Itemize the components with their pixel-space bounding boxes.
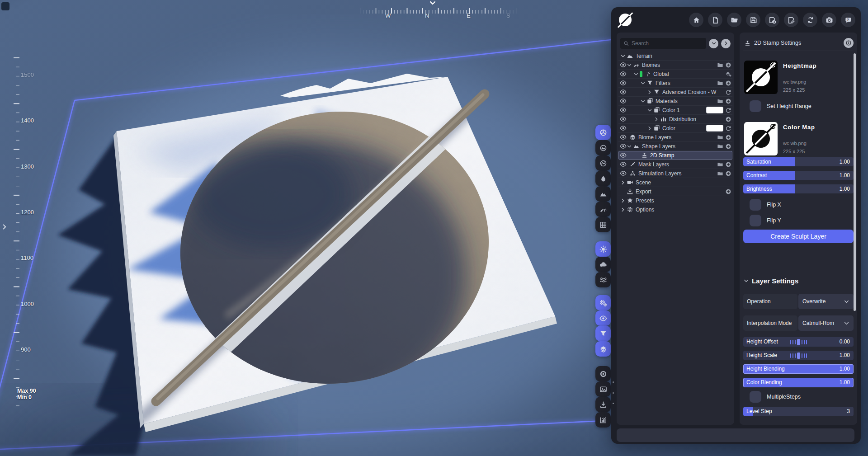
visibility-toggle-icon[interactable] (620, 80, 627, 86)
tree-row-presets[interactable]: Presets (618, 196, 732, 205)
panel-resize-grip[interactable] (612, 381, 614, 404)
settings-scrollbar[interactable] (854, 53, 856, 311)
chevron-down-icon[interactable] (647, 108, 652, 113)
water-tool-button[interactable] (595, 171, 611, 186)
chevron-right-icon[interactable] (647, 89, 652, 95)
refresh-icon[interactable] (725, 125, 731, 132)
tree-row-2d-stamp[interactable]: 2D Stamp (618, 151, 732, 160)
visibility-toggle-icon[interactable] (620, 125, 627, 132)
eye-tool-button[interactable] (595, 310, 611, 326)
chevron-down-icon[interactable] (620, 53, 626, 59)
height-scale-slider[interactable]: Height Scale 1.00 (743, 351, 854, 360)
height-offset-slider[interactable]: Height Offset 0.00 (743, 337, 854, 347)
slider-handle[interactable] (797, 353, 800, 359)
level-step-slider[interactable]: Level Step 3 (743, 407, 854, 416)
save-edit-button[interactable] (784, 13, 798, 27)
refresh-icon[interactable] (769, 61, 776, 68)
set-height-range-checkbox[interactable] (750, 100, 761, 112)
tree-row-distribution[interactable]: Distribution (618, 115, 732, 124)
folder-icon[interactable] (717, 170, 723, 177)
flip-y-checkbox[interactable] (750, 215, 761, 226)
operation-dropdown[interactable]: Overwrite (798, 294, 854, 309)
plus-circle-icon[interactable] (725, 62, 731, 68)
height-blending-slider[interactable]: Height Blending 1.00 (743, 364, 854, 374)
expand-all-button[interactable] (709, 39, 718, 48)
home-button[interactable] (689, 13, 703, 27)
viewport-corner-button[interactable] (1, 2, 9, 10)
visibility-toggle-icon[interactable] (620, 116, 627, 122)
image-tool-button[interactable] (595, 381, 611, 397)
plus-circle-icon[interactable] (725, 143, 731, 150)
visibility-toggle-icon[interactable] (620, 161, 627, 168)
chevron-down-icon[interactable] (640, 99, 646, 104)
tree-row-export[interactable]: Export (618, 187, 732, 196)
contrast-slider[interactable]: Contrast 1.00 (743, 171, 854, 180)
chevron-right-icon[interactable] (654, 117, 659, 122)
visibility-toggle-icon[interactable] (620, 61, 627, 68)
tree-row-mask-layers[interactable]: Mask Layers (618, 160, 732, 169)
folder-icon[interactable] (717, 62, 723, 68)
tree-row-color[interactable]: Color (618, 124, 732, 133)
folder-icon[interactable] (717, 98, 723, 104)
tree-row-global[interactable]: Global (618, 70, 732, 79)
tree-row-scene[interactable]: Scene (618, 178, 732, 187)
layers-tool-button[interactable] (595, 341, 611, 357)
slider-handle[interactable] (797, 339, 800, 345)
multiple-steps-checkbox[interactable] (750, 391, 761, 403)
globe-terrain-tool-button[interactable] (595, 140, 611, 155)
refresh-icon[interactable] (725, 107, 731, 113)
tree-row-biomes[interactable]: Biomes (618, 61, 732, 70)
colormap-thumbnail[interactable] (744, 122, 778, 155)
record-tool-button[interactable] (595, 366, 611, 381)
chevron-down-icon[interactable] (633, 71, 639, 77)
refresh-icon[interactable] (725, 89, 731, 95)
waves-tool-button[interactable] (595, 272, 611, 287)
visibility-toggle-icon[interactable] (620, 71, 627, 77)
tree-row-options[interactable]: Options (618, 205, 732, 214)
tree-row-simulation-layers[interactable]: Simulation Layers (618, 169, 732, 178)
info-button[interactable] (844, 38, 854, 48)
plus-circle-icon[interactable] (725, 170, 731, 177)
visibility-toggle-icon[interactable] (620, 143, 627, 150)
sync-button[interactable] (803, 13, 817, 27)
gears-tool-button[interactable] (595, 295, 611, 310)
saturation-slider[interactable]: Saturation 1.00 (743, 157, 854, 166)
heightmap-thumbnail[interactable] (744, 61, 778, 94)
visibility-toggle-icon[interactable] (620, 170, 627, 177)
search-input[interactable]: Search (620, 38, 706, 49)
funnel-tool-button[interactable] (595, 326, 611, 341)
chevron-right-icon[interactable] (620, 207, 626, 212)
interpolation-mode-dropdown[interactable]: Catmull-Rom (798, 315, 854, 331)
layers-plus-icon[interactable] (725, 71, 731, 77)
folder-icon[interactable] (717, 80, 723, 86)
visibility-toggle-icon[interactable] (620, 134, 627, 141)
tree-row-biome-layers[interactable]: Biome Layers (618, 133, 732, 142)
cloud-tool-button[interactable] (595, 257, 611, 272)
folder-icon[interactable] (717, 134, 723, 141)
download-tool-button[interactable] (595, 397, 611, 412)
visibility-toggle-icon[interactable] (620, 152, 627, 159)
tree-row-shape-layers[interactable]: Shape Layers (618, 142, 732, 151)
refresh-icon[interactable] (769, 123, 776, 130)
color-blending-slider[interactable]: Color Blending 1.00 (743, 378, 854, 387)
plus-circle-icon[interactable] (725, 80, 731, 86)
chevron-down-icon[interactable] (627, 144, 632, 149)
chevron-right-icon[interactable] (647, 126, 652, 131)
status-bar[interactable] (617, 428, 854, 442)
plus-circle-icon[interactable] (725, 116, 731, 122)
save-add-button[interactable] (765, 13, 779, 27)
sun-tool-button[interactable] (595, 241, 611, 257)
chevron-down-icon[interactable] (640, 80, 646, 86)
globe-wire-tool-button[interactable] (595, 155, 611, 171)
chevron-right-icon[interactable] (620, 180, 626, 185)
visibility-toggle-icon[interactable] (620, 107, 627, 113)
plus-circle-icon[interactable] (725, 134, 731, 141)
grid-tool-button[interactable] (595, 217, 611, 232)
mountain-tool-button[interactable] (595, 186, 611, 202)
stats-tool-button[interactable] (595, 412, 611, 428)
layer-settings-header[interactable]: Layer Settings (743, 276, 798, 286)
island-tool-button[interactable] (595, 202, 611, 217)
plus-circle-icon[interactable] (725, 98, 731, 104)
new-file-button[interactable] (708, 13, 722, 27)
tree-row-advanced-erosion-w[interactable]: Advanced Erosion - W (618, 88, 732, 97)
